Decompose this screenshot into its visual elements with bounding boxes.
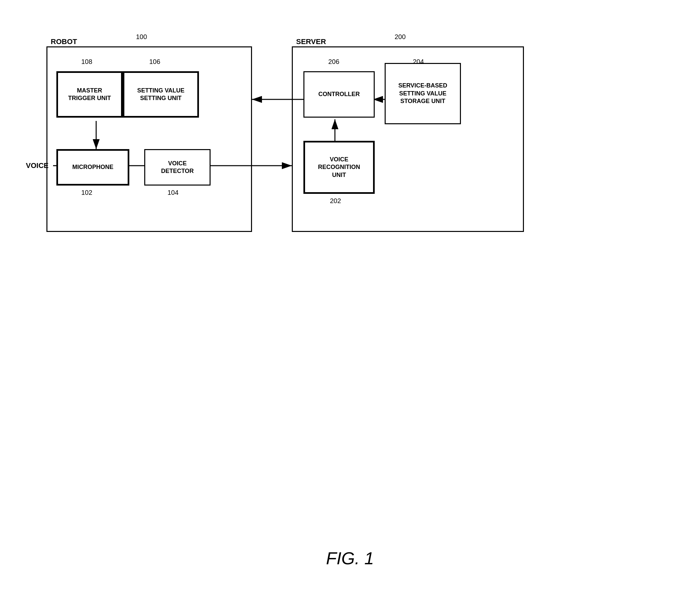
service-based-storage-unit: SERVICE-BASED SETTING VALUE STORAGE UNIT [385, 63, 461, 124]
ref-102: 102 [81, 189, 92, 196]
ref-200: 200 [394, 33, 406, 41]
master-trigger-unit: MASTER TRIGGER UNIT [56, 71, 123, 118]
ref-204: 204 [413, 58, 424, 65]
ref-104: 104 [167, 189, 179, 196]
ref-206: 206 [328, 58, 339, 65]
diagram-area: ROBOT SERVER 100 200 MASTER TRIGGER UNIT… [20, 20, 683, 268]
setting-value-setting-unit: SETTING VALUE SETTING UNIT [123, 71, 199, 118]
server-label: SERVER [296, 37, 326, 46]
ref-108: 108 [81, 58, 92, 65]
ref-100: 100 [136, 33, 147, 41]
ref-202: 202 [330, 197, 341, 205]
microphone: MICROPHONE [56, 149, 129, 186]
fig-caption: FIG. 1 [0, 548, 700, 568]
ref-106: 106 [149, 58, 160, 65]
voice-detector: VOICE DETECTOR [144, 149, 210, 186]
voice-label: VOICE [26, 162, 49, 170]
controller: CONTROLLER [303, 71, 375, 118]
robot-label: ROBOT [51, 37, 77, 46]
voice-recognition-unit: VOICE RECOGNITION UNIT [303, 141, 375, 194]
